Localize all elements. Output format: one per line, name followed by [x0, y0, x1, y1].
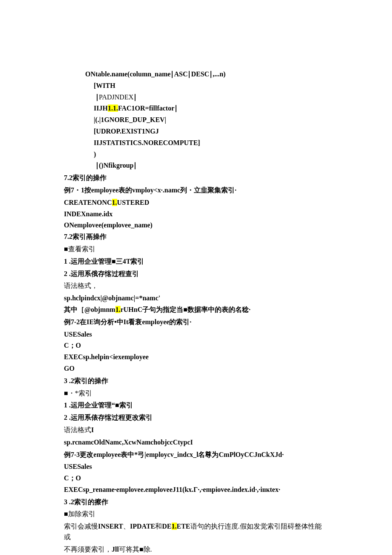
text: rUHnC子句为指定当■数据率中的表的名稔·: [121, 306, 251, 313]
paragraph: 不再须要索引，Jll可将其■除.: [64, 544, 328, 555]
code-line: [WITH: [64, 81, 328, 91]
text: PADJNDEX: [99, 93, 133, 101]
paragraph: 例7-2在IE询分析•中It看衰employee的索引∙: [64, 317, 328, 328]
code-line: [UDROP.EXIST1NGJ: [64, 126, 328, 137]
text: 索引会减慢: [64, 523, 98, 530]
text: ∣: [95, 93, 99, 101]
document-page: ONtable.nanıe(column_name∣ASC∣DESC∣,...n…: [0, 0, 392, 555]
code-line: CREATENONC1.USTERED: [64, 198, 328, 208]
highlight: 1.1.: [108, 105, 118, 112]
code-line: EXECsp.helpin<iexemployee: [64, 352, 328, 363]
code-line: USESales: [64, 462, 328, 472]
code-line: IIJH1.1.FAC1OR=fillfactor∣: [64, 103, 328, 114]
text: 其中［@objmnm: [64, 306, 115, 313]
paragraph: 语法格式I: [64, 425, 328, 436]
paragraph: ■・*索引: [64, 388, 328, 399]
list-item: 1 .运用企业管理“■索引: [64, 400, 328, 411]
text: DE: [162, 523, 171, 530]
text: IPDATE: [130, 523, 155, 530]
paragraph: 索引会减慢INSERT、IPDATE和DE1.ETE语句的执行连度.假如发觉索引…: [64, 521, 328, 543]
highlight: 1.: [112, 199, 117, 206]
text: USTERED: [117, 199, 150, 206]
text: I: [91, 426, 94, 433]
text: ETE: [177, 523, 190, 530]
text: 可将其■除.: [119, 546, 152, 553]
heading: 3 .2索引的操作: [64, 376, 328, 386]
text: CREATENONC: [64, 199, 112, 206]
heading: 7.2索引鬲操作: [64, 232, 328, 242]
text: ∣()Nfikgroup∣: [95, 162, 137, 169]
text: 、: [123, 523, 130, 530]
code-line: sp.hclpindcx|@objnamc|=*namc': [64, 293, 328, 304]
paragraph: 语法格式，: [64, 281, 328, 291]
list-item: 1 .运用企业管理■三4T索引: [64, 256, 328, 267]
code-line: INDEXname.idx: [64, 209, 328, 220]
code-line: ): [64, 149, 328, 160]
code-line: ∣∣PADJNDEX∣PADJNDEX∣: [64, 92, 328, 103]
text: 和: [155, 523, 162, 530]
paragraph: 例7・1按employee表的vmploy<x∙.namc列・立韭聚集索引∙: [64, 185, 328, 196]
code-line: GO: [64, 363, 328, 374]
code-line: |(.|1GNORE_DUP_KEV|: [64, 115, 328, 125]
text: ∣: [133, 93, 137, 101]
text: INSERT: [98, 523, 123, 530]
code-line: C；O: [64, 340, 328, 351]
code-line: IIJSTATISTICS.NORECOMPUTE]: [64, 138, 328, 148]
code-line: ONtable.nanıe(column_name∣ASC∣DESC∣,...n…: [64, 69, 328, 80]
paragraph: 例7-3更改employee表中*弓|employcv_indcx_l名尊为Cm…: [64, 450, 328, 460]
code-line: ∣()Nfikgroup∣: [64, 160, 328, 171]
code-line: sp.rcnamcOldNamc,XcwNamchobjccCtypcI: [64, 437, 328, 448]
heading: 3 .2索引的擦作: [64, 497, 328, 508]
paragraph: ■查看索引: [64, 244, 328, 255]
highlight: 1.: [172, 523, 177, 530]
list-item: 2 .运用系俵存愘过程更改索引: [64, 413, 328, 423]
text: Jll: [112, 546, 119, 553]
code-line: EXECsp_rename·emplovee.emploveeJ11(kx.Γ·…: [64, 485, 328, 495]
text: FAC1OR=fillfactor∣: [118, 105, 178, 112]
code-line: C；O: [64, 473, 328, 484]
text: IIJH: [94, 105, 108, 112]
highlight: 1.: [115, 306, 121, 313]
code-line: ONemplovee(emplovee_name): [64, 220, 328, 231]
code-line: USESales: [64, 329, 328, 340]
heading: 7.2索引的操作: [64, 173, 328, 183]
text: 不再须要索引，: [64, 546, 112, 553]
paragraph: 其中［@objmnm1.rUHnC子句为指定当■数据率中的表的名稔·: [64, 305, 328, 315]
list-item: 2 .运用系俄存愘过程查引: [64, 269, 328, 279]
text: 语法格式: [64, 426, 91, 433]
paragraph: ■加除索引: [64, 509, 328, 520]
